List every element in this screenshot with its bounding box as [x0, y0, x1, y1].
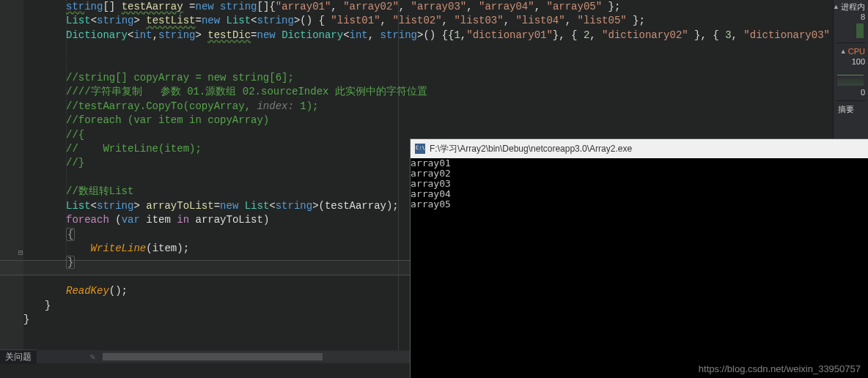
console-output: array01 array02 array03 array04 array05	[411, 158, 868, 210]
console-titlebar[interactable]: F:\学习\Array2\bin\Debug\netcoreapp3.0\Arr…	[411, 139, 868, 158]
comment-line: ////字符串复制 参数 01.源数组 02.sourceIndex 此实例中的…	[66, 86, 427, 97]
console-title-text: F:\学习\Array2\bin\Debug\netcoreapp3.0\Arr…	[430, 143, 632, 155]
close-brace: }	[66, 256, 75, 269]
console-window[interactable]: F:\学习\Array2\bin\Debug\netcoreapp3.0\Arr…	[411, 139, 868, 378]
watermark-text: https://blog.csdn.net/weixin_33950757	[699, 363, 861, 374]
diag-bar-icon	[856, 23, 864, 38]
comment-line: //string[] copyArray = new string[6];	[66, 72, 294, 84]
diag-section-summary[interactable]: 摘要	[838, 104, 854, 114]
console-app-icon	[415, 144, 425, 154]
comment-line: //数组转List	[66, 185, 133, 197]
closing-brace: }	[45, 300, 51, 311]
comment-line: //foreach (var item in copyArray)	[66, 114, 269, 126]
editor-gutter: ⊟	[0, 0, 23, 350]
comment-line: // WriteLine(item);	[66, 143, 202, 155]
comment-line: //}	[66, 157, 84, 168]
brush-icon[interactable]: ✎	[37, 352, 100, 363]
problems-tab[interactable]: 关问题	[0, 349, 37, 364]
diag-value: 100	[852, 56, 865, 67]
diag-section-cpu: CPU	[848, 46, 865, 56]
closing-brace: }	[23, 314, 29, 325]
comment-line: //{	[66, 129, 84, 141]
comment-line: //testAarray.CopyTo(copyArray,	[66, 100, 257, 112]
readkey-call: ReadKey	[66, 285, 109, 297]
parameter-hint: index:	[257, 100, 293, 112]
diag-cpu-chart	[837, 68, 865, 86]
diagnostics-panel: ▲进程内 8 ▲CPU 100 0 摘要	[833, 0, 868, 139]
diag-value: 8	[861, 12, 865, 22]
diag-value: 0	[861, 87, 865, 97]
diag-section-process: 进程内	[841, 1, 865, 12]
writeline-call: WriteLine	[91, 242, 147, 254]
scrollbar-thumb[interactable]	[103, 353, 323, 360]
open-brace: {	[66, 228, 75, 241]
